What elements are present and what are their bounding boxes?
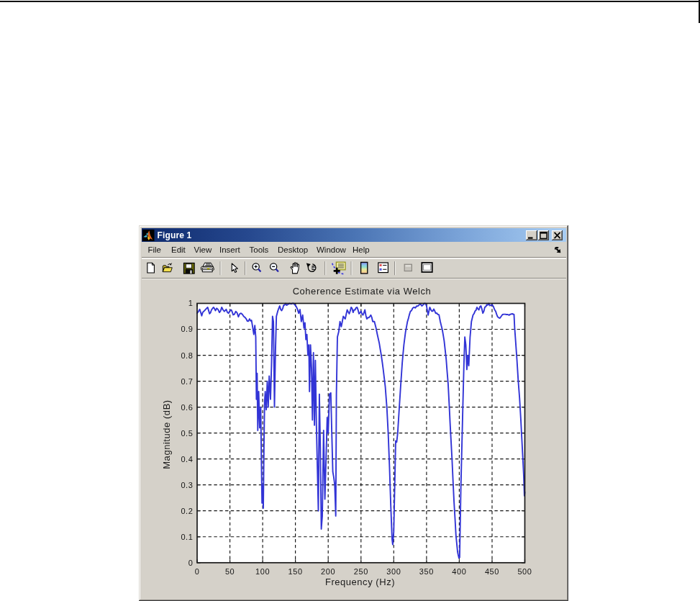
svg-text:400: 400 (452, 567, 466, 576)
svg-text:0.4: 0.4 (181, 455, 193, 464)
svg-text:500: 500 (517, 567, 532, 576)
svg-text:0.2: 0.2 (181, 507, 193, 515)
svg-text:150: 150 (288, 567, 303, 576)
svg-text:100: 100 (255, 567, 270, 576)
svg-text:0.9: 0.9 (181, 325, 193, 334)
svg-text:0.3: 0.3 (181, 481, 193, 489)
svg-text:250: 250 (354, 567, 368, 576)
svg-text:1: 1 (188, 299, 194, 308)
svg-text:50: 50 (225, 567, 235, 576)
svg-text:300: 300 (386, 567, 401, 576)
svg-text:0: 0 (195, 567, 200, 576)
svg-text:Magnitude (dB): Magnitude (dB) (161, 400, 172, 469)
svg-text:350: 350 (419, 567, 434, 576)
svg-text:450: 450 (485, 567, 499, 576)
svg-text:0.5: 0.5 (181, 429, 193, 438)
svg-text:0.1: 0.1 (181, 533, 193, 541)
svg-text:200: 200 (321, 567, 335, 576)
svg-text:0.7: 0.7 (181, 377, 193, 386)
svg-text:0.8: 0.8 (181, 351, 193, 360)
svg-text:0: 0 (188, 559, 194, 567)
svg-text:Coherence Estimate via Welch: Coherence Estimate via Welch (293, 286, 432, 297)
svg-text:Frequency (Hz): Frequency (Hz) (325, 577, 395, 588)
svg-text:0.6: 0.6 (181, 403, 193, 412)
